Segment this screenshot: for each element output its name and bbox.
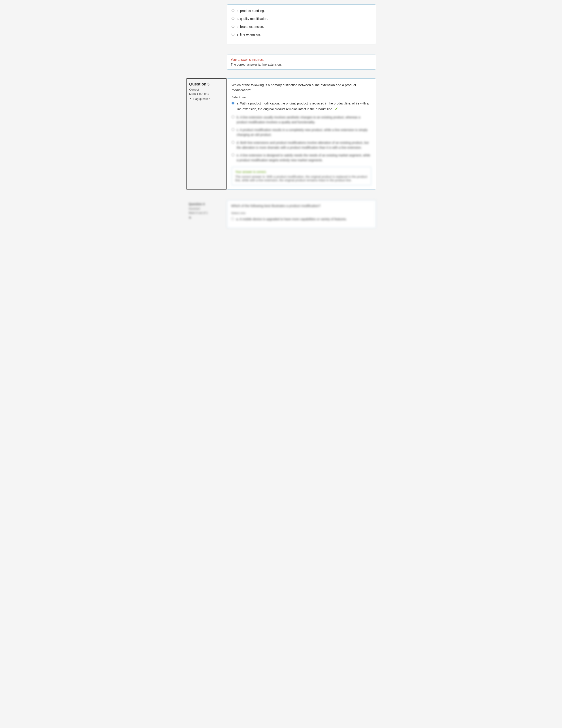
question3-label: Question 3 xyxy=(189,82,224,87)
question4-sidebar: Question 4 Incorrect Mark 0 out of 1 ⚑ xyxy=(186,200,227,228)
question3-status: Correct xyxy=(189,88,224,91)
option3-row-b: b. A line extension usually involves aes… xyxy=(232,115,371,125)
option3-row-e: e. A line extension is designed to satis… xyxy=(232,153,371,163)
option3-row-d: d. Both line extensions and product modi… xyxy=(232,140,371,150)
option4-row-a: a. A mobile device is upgraded to have m… xyxy=(231,217,372,222)
option3-radio-c[interactable] xyxy=(232,128,235,131)
option3-row-a: a. With a product modification, the orig… xyxy=(232,101,371,112)
question4-status: Incorrect xyxy=(189,207,224,210)
question4-block: Question 4 Incorrect Mark 0 out of 1 ⚑ W… xyxy=(186,200,376,228)
question3-mark: Mark 1 out of 1 xyxy=(189,92,224,95)
option-text-b: b. product bundling. xyxy=(237,9,265,13)
prev-feedback-correct: The correct answer is: line extension. xyxy=(231,63,372,66)
prev-feedback-wrapper: Your answer is incorrect. The correct an… xyxy=(186,51,376,70)
option3-radio-e[interactable] xyxy=(232,154,235,156)
correct-checkmark: ✔ xyxy=(335,107,338,111)
question4-flag: ⚑ xyxy=(189,216,224,220)
question4-main: Which of the following best illustrates … xyxy=(227,200,376,228)
option3-radio-b[interactable] xyxy=(232,116,235,118)
option3-text-d: d. Both line extensions and product modi… xyxy=(237,140,371,150)
prev-feedback-box: Your answer is incorrect. The correct an… xyxy=(227,55,376,70)
question3-main: Which of the following is a primary dist… xyxy=(227,78,376,190)
option-radio-e[interactable] xyxy=(232,33,235,36)
option4-radio-a[interactable] xyxy=(231,217,234,220)
option-radio-c[interactable] xyxy=(232,17,235,20)
prev-feedback-spacer xyxy=(186,51,227,70)
option3-text-c: c. A product modification results in a c… xyxy=(237,128,371,137)
option-row-d: d. brand extension. xyxy=(232,25,371,29)
option3-text-b: b. A line extension usually involves aes… xyxy=(237,115,371,125)
question3-text: Which of the following is a primary dist… xyxy=(232,83,371,93)
question4-label: Question 4 xyxy=(189,202,224,206)
question3-select-label: Select one: xyxy=(232,96,371,99)
option-radio-b[interactable] xyxy=(232,9,235,12)
option-text-e: e. line extension. xyxy=(237,32,261,37)
option-row-c: c. quality modification. xyxy=(232,17,371,21)
question4-select-label: Select one: xyxy=(231,211,372,215)
option3-row-c: c. A product modification results in a c… xyxy=(232,128,371,137)
prev-question-block: b. product bundling. c. quality modifica… xyxy=(186,4,376,44)
q3-feedback-correct: The correct answer is: With a product mo… xyxy=(235,175,367,182)
page-container: b. product bundling. c. quality modifica… xyxy=(182,0,380,239)
question3-feedback: Your answer is correct. The correct answ… xyxy=(232,167,371,185)
option4-text-a: a. A mobile device is upgraded to have m… xyxy=(236,217,347,222)
option3-radio-a[interactable] xyxy=(232,102,235,104)
question4-text: Which of the following best illustrates … xyxy=(231,203,372,209)
question3-sidebar: Question 3 Correct Mark 1 out of 1 ⚑ Fla… xyxy=(186,78,227,190)
question4-mark: Mark 0 out of 1 xyxy=(189,211,224,214)
option-text-c: c. quality modification. xyxy=(237,17,268,21)
question3-block: Question 3 Correct Mark 1 out of 1 ⚑ Fla… xyxy=(186,78,376,190)
flag-icon: ⚑ xyxy=(189,97,192,100)
option-text-d: d. brand extension. xyxy=(237,25,264,29)
prev-feedback-result: Your answer is incorrect. xyxy=(231,58,372,61)
option-row-e: e. line extension. xyxy=(232,32,371,37)
option3-text-e: e. A line extension is designed to satis… xyxy=(237,153,371,163)
flag-question-button[interactable]: ⚑ Flag question xyxy=(189,97,210,100)
option3-text-a: a. With a product modification, the orig… xyxy=(237,101,371,112)
prev-options-box: b. product bundling. c. quality modifica… xyxy=(227,4,376,44)
prev-sidebar xyxy=(186,4,227,44)
option3-radio-d[interactable] xyxy=(232,141,235,144)
q3-feedback-result: Your answer is correct. xyxy=(235,170,367,174)
flag-label: Flag question xyxy=(193,97,210,100)
option-row-b: b. product bundling. xyxy=(232,9,371,13)
option-radio-d[interactable] xyxy=(232,25,235,28)
